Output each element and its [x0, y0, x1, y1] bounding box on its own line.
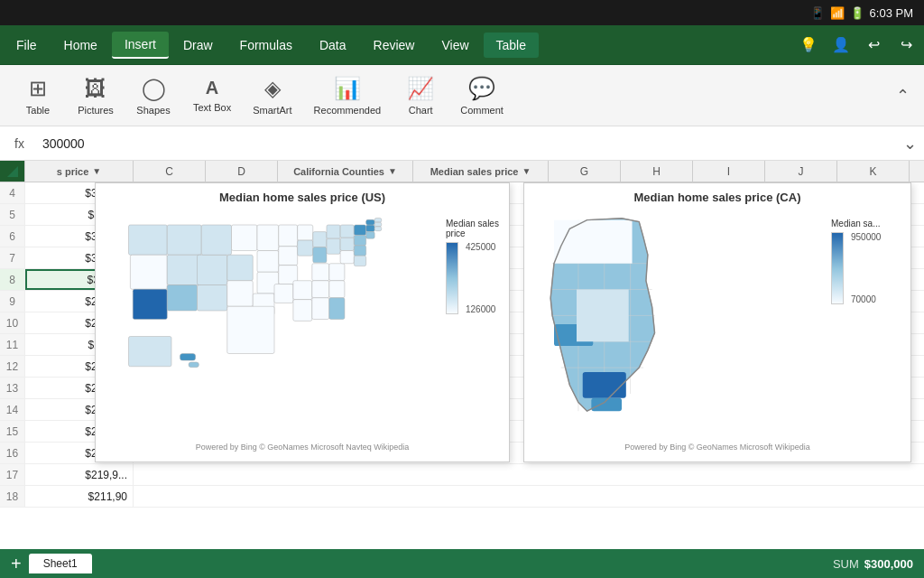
- row-num-9: 9: [0, 291, 25, 312]
- col-median-header[interactable]: Median sales price ▼: [413, 161, 549, 182]
- col-h-header: H: [621, 161, 693, 182]
- row-num-5: 5: [0, 204, 25, 225]
- cell-15-price[interactable]: $220,0...: [25, 421, 134, 442]
- ribbon-shapes[interactable]: ◯ Shapes: [126, 70, 180, 122]
- cell-16-price[interactable]: $220,0...: [25, 443, 134, 463]
- cell-4-price[interactable]: $318,5...: [25, 182, 134, 203]
- rows-container: 4 $318,5... 5 $314,90: [0, 182, 924, 549]
- cell-6-f[interactable]: [413, 226, 549, 247]
- smartart-icon: ◈: [264, 76, 281, 101]
- cell-6-price[interactable]: $310,0...: [25, 226, 134, 247]
- table-row: 8 $300,00: [0, 269, 924, 291]
- col-california-label: California Counties: [293, 166, 384, 177]
- formula-input[interactable]: [39, 133, 896, 154]
- col-k-header: K: [837, 161, 910, 182]
- row-num-11: 11: [0, 334, 25, 355]
- table-row: 9 $285,0...: [0, 291, 924, 312]
- col-california-header[interactable]: California Counties ▼: [278, 161, 413, 182]
- ribbon-shapes-label: Shapes: [136, 105, 170, 116]
- cell-5-price[interactable]: $314,90: [25, 204, 134, 225]
- cell-8-c[interactable]: [134, 269, 206, 290]
- ribbon-chart-label: Chart: [409, 105, 433, 116]
- cell-6-c[interactable]: [134, 226, 206, 247]
- ribbon-chart[interactable]: 📈 Chart: [393, 70, 448, 122]
- row-num-10: 10: [0, 312, 25, 333]
- menu-home[interactable]: Home: [51, 33, 110, 58]
- menu-review[interactable]: Review: [361, 33, 428, 58]
- menu-view[interactable]: View: [429, 33, 481, 58]
- col-price-filter-icon[interactable]: ▼: [92, 166, 101, 176]
- redo-button[interactable]: ↪: [892, 31, 920, 60]
- cell-8-d[interactable]: [206, 269, 278, 290]
- row-num-12: 12: [0, 356, 25, 377]
- table-row: 11 $236,90: [0, 334, 924, 356]
- col-l-header: L: [910, 161, 924, 182]
- menu-data[interactable]: Data: [307, 33, 359, 58]
- cell-7-f[interactable]: [413, 247, 549, 268]
- cell-11-price[interactable]: $236,90: [25, 334, 134, 355]
- cell-5-f[interactable]: [413, 204, 549, 225]
- menu-right-actions: 💡 👤 ↩ ↪: [794, 31, 920, 60]
- undo-button[interactable]: ↩: [859, 31, 888, 60]
- menu-formulas[interactable]: Formulas: [227, 33, 305, 58]
- ribbon-textbox[interactable]: A Text Box: [184, 70, 240, 122]
- ribbon-smartart[interactable]: ◈ SmartArt: [244, 70, 300, 122]
- fx-label: fx: [7, 136, 32, 151]
- cell-4-c[interactable]: [134, 182, 206, 203]
- cell-5-d[interactable]: [206, 204, 278, 225]
- cell-12-price[interactable]: $232,0...: [25, 356, 134, 377]
- row-num-17: 17: [0, 464, 25, 485]
- cell-13-price[interactable]: $230,0...: [25, 378, 134, 398]
- formula-expand-button[interactable]: ⌄: [903, 134, 917, 154]
- cell-17-price[interactable]: $219,9...: [25, 464, 134, 485]
- menu-insert[interactable]: Insert: [112, 32, 169, 59]
- cell-9-price[interactable]: $285,0...: [25, 291, 134, 312]
- cell-14-price[interactable]: $225,9...: [25, 399, 134, 420]
- excel-app: File Home Insert Draw Formulas Data Revi…: [0, 25, 924, 578]
- ribbon-recommended-label: Recommended: [314, 105, 382, 116]
- cell-7-price[interactable]: $310,0...: [25, 247, 134, 268]
- sheet-tab[interactable]: Sheet1: [29, 554, 92, 573]
- cell-18-price[interactable]: $211,90: [25, 486, 134, 507]
- ribbon-table[interactable]: ⊞ Table: [11, 70, 65, 122]
- table-row: 12 $232,0...: [0, 356, 924, 378]
- sum-display: SUM $300,000: [833, 557, 913, 571]
- ribbon-comment[interactable]: 💬 Comment: [451, 70, 513, 122]
- cell-8-f[interactable]: [413, 269, 549, 290]
- cell-8-price[interactable]: $300,00: [25, 269, 134, 290]
- menu-file[interactable]: File: [4, 33, 50, 58]
- col-median-filter-icon[interactable]: ▼: [522, 166, 531, 176]
- row-num-14: 14: [0, 399, 25, 420]
- row-num-16: 16: [0, 443, 25, 463]
- table-row: 16 $220,0...: [0, 443, 924, 464]
- cell-5-e[interactable]: [278, 204, 413, 225]
- col-price-header[interactable]: s price ▼: [25, 161, 134, 182]
- menu-table[interactable]: Table: [484, 33, 539, 58]
- ribbon-pictures[interactable]: 🖼 Pictures: [69, 70, 123, 122]
- cell-6-e[interactable]: [278, 226, 413, 247]
- recommended-icon: 📊: [334, 76, 361, 101]
- cell-5-c[interactable]: [134, 204, 206, 225]
- table-icon: ⊞: [29, 76, 47, 101]
- person-icon[interactable]: 👤: [827, 31, 855, 60]
- cell-7-d[interactable]: [206, 247, 278, 268]
- cell-4-e[interactable]: [278, 182, 413, 203]
- cell-4-f[interactable]: [413, 182, 549, 203]
- cell-4-d[interactable]: [206, 182, 278, 203]
- ribbon-comment-label: Comment: [460, 105, 504, 116]
- status-bar: 📱 📶 🔋 6:03 PM: [0, 0, 924, 25]
- lightbulb-icon[interactable]: 💡: [794, 31, 823, 60]
- ribbon-pictures-label: Pictures: [78, 105, 114, 116]
- cell-7-e[interactable]: [278, 247, 413, 268]
- row-num-4: 4: [0, 182, 25, 203]
- cell-10-price[interactable]: $263,0...: [25, 312, 134, 333]
- menu-draw[interactable]: Draw: [171, 33, 226, 58]
- cell-6-d[interactable]: [206, 226, 278, 247]
- cell-8-e[interactable]: [278, 269, 413, 290]
- cell-7-c[interactable]: [134, 247, 206, 268]
- add-sheet-button[interactable]: +: [11, 554, 22, 574]
- col-california-filter-icon[interactable]: ▼: [388, 166, 397, 176]
- col-median-label: Median sales price: [430, 166, 519, 177]
- ribbon-recommended[interactable]: 📊 Recommended: [305, 70, 391, 122]
- ribbon-collapse-button[interactable]: ⌃: [892, 82, 913, 109]
